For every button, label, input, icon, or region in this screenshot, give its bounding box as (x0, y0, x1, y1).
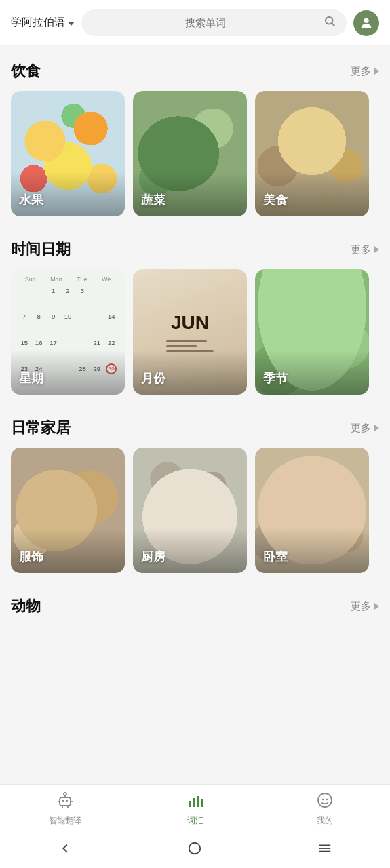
svg-rect-14 (197, 796, 199, 807)
section-time-more[interactable]: 更多 (351, 243, 379, 256)
menu-button[interactable] (311, 838, 338, 859)
main-content: 饮食 更多 水果 蔬菜 美食 时间日期 (0, 46, 390, 719)
nav-tab-profile[interactable]: 我的 (260, 791, 390, 827)
chart-icon (187, 791, 204, 813)
search-input[interactable] (92, 17, 318, 28)
svg-rect-4 (62, 800, 64, 802)
nav-tab-vocab-label: 词汇 (187, 815, 203, 827)
home-cards-row: 服饰 厨房 卧室 (11, 448, 379, 576)
svg-point-2 (364, 18, 368, 22)
section-animals: 动物 更多 (0, 581, 390, 631)
card-clothing-label: 服饰 (11, 528, 125, 573)
search-bar[interactable] (81, 9, 347, 36)
card-month-label: 月份 (133, 350, 247, 395)
card-month[interactable]: JUN 月份 (133, 269, 247, 395)
section-food-more[interactable]: 更多 (351, 65, 379, 78)
section-time-title: 时间日期 (11, 239, 71, 260)
svg-point-7 (64, 793, 66, 795)
card-bedroom[interactable]: 卧室 (255, 448, 369, 573)
svg-point-16 (318, 793, 332, 807)
card-fruit-label: 水果 (11, 172, 125, 216)
lang-label: 学阿拉伯语 (11, 16, 65, 30)
back-button[interactable] (52, 838, 79, 859)
section-home-title: 日常家居 (11, 418, 71, 438)
cal-header: Sun Mon Tue We (18, 276, 118, 283)
system-nav (0, 831, 390, 868)
bottom-nav: 智能翻译 词汇 (0, 784, 390, 868)
card-season-label: 季节 (255, 350, 369, 395)
card-vegetable[interactable]: 蔬菜 (133, 91, 247, 216)
search-icon (324, 15, 336, 31)
svg-line-1 (332, 23, 334, 26)
section-food-title: 饮食 (11, 61, 41, 81)
card-fruit[interactable]: 水果 (11, 91, 125, 216)
section-food-header: 饮食 更多 (11, 61, 379, 81)
robot-icon (56, 791, 74, 813)
nav-tabs: 智能翻译 词汇 (0, 785, 390, 831)
card-week-label: 星期 (11, 350, 125, 395)
card-food[interactable]: 美食 (255, 91, 369, 216)
section-time: 时间日期 更多 Sun Mon Tue We (0, 224, 390, 403)
section-animals-header: 动物 更多 (11, 596, 379, 616)
month-text: JUN (171, 312, 209, 334)
svg-point-17 (322, 799, 324, 800)
card-kitchen[interactable]: 厨房 (133, 448, 247, 573)
nav-tab-translate-label: 智能翻译 (49, 815, 81, 827)
card-clothing[interactable]: 服饰 (11, 448, 125, 573)
section-animals-title: 动物 (11, 596, 41, 616)
svg-rect-12 (189, 801, 191, 807)
svg-rect-13 (193, 798, 195, 807)
card-bedroom-label: 卧室 (255, 528, 369, 573)
svg-rect-15 (201, 799, 203, 807)
card-week[interactable]: Sun Mon Tue We 1 2 3 7 8 (11, 269, 125, 395)
nav-tab-translate[interactable]: 智能翻译 (0, 791, 130, 827)
section-food: 饮食 更多 水果 蔬菜 美食 (0, 46, 390, 224)
time-cards-row: Sun Mon Tue We 1 2 3 7 8 (11, 269, 379, 397)
svg-point-18 (326, 799, 328, 800)
card-season[interactable]: 季节 (255, 269, 369, 395)
more-chevron-icon-home (374, 425, 379, 431)
section-time-header: 时间日期 更多 (11, 239, 379, 260)
section-home-more[interactable]: 更多 (351, 422, 379, 435)
home-button[interactable] (181, 838, 208, 859)
more-chevron-icon-animals (374, 603, 379, 610)
more-chevron-icon-time (374, 246, 379, 253)
lang-selector[interactable]: 学阿拉伯语 (11, 16, 75, 30)
card-food-label: 美食 (255, 172, 369, 216)
card-kitchen-label: 厨房 (133, 528, 247, 573)
card-veg-label: 蔬菜 (133, 172, 247, 216)
food-cards-row: 水果 蔬菜 美食 (11, 91, 379, 219)
svg-rect-3 (60, 797, 71, 806)
section-home-header: 日常家居 更多 (11, 418, 379, 438)
avatar[interactable] (353, 10, 379, 36)
section-home: 日常家居 更多 服饰 厨房 卧室 (0, 403, 390, 581)
nav-tab-vocab[interactable]: 词汇 (130, 791, 260, 827)
svg-point-0 (326, 17, 333, 24)
app-header: 学阿拉伯语 (0, 0, 390, 46)
nav-tab-profile-label: 我的 (317, 815, 333, 827)
more-chevron-icon (374, 68, 379, 75)
svg-point-19 (189, 843, 201, 854)
svg-rect-5 (66, 800, 68, 802)
face-icon (316, 791, 334, 813)
chevron-down-icon (68, 22, 75, 26)
section-animals-more[interactable]: 更多 (351, 600, 379, 613)
